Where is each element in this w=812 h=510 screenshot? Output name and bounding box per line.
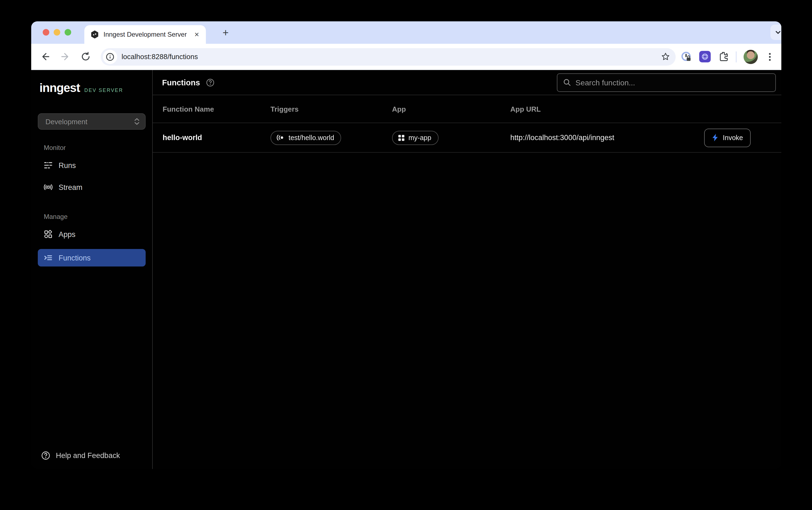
site-info-button[interactable] [103, 50, 117, 64]
back-button[interactable] [39, 51, 51, 63]
chevron-down-icon [775, 29, 781, 36]
help-circle-icon [41, 451, 50, 460]
invoke-label: Invoke [723, 134, 743, 142]
forward-button[interactable] [59, 51, 71, 63]
tab-search-chevron-button[interactable] [771, 25, 781, 40]
functions-icon [44, 253, 53, 262]
password-manager-extension-icon[interactable] [680, 51, 692, 63]
column-app-url: App URL [510, 105, 781, 113]
help-circle-icon [206, 78, 215, 87]
kebab-menu-icon [765, 52, 775, 62]
table-row[interactable]: hello-world test/hello.world [153, 123, 781, 153]
stream-icon [44, 183, 53, 191]
environment-selected-value: Development [46, 117, 134, 126]
page-header: Functions [153, 70, 781, 95]
help-label: Help and Feedback [56, 451, 120, 460]
tab-favicon-inngest-icon [90, 30, 99, 39]
sidebar-item-runs[interactable]: Runs [38, 155, 146, 176]
runs-icon [44, 161, 53, 170]
dev-server-badge: DEV SERVER [84, 88, 123, 93]
tab-title: Inngest Development Server [104, 31, 188, 38]
trigger-badge[interactable]: test/hello.world [270, 130, 341, 145]
select-chevrons-icon [134, 117, 140, 126]
purple-extension-icon[interactable] [699, 51, 711, 62]
sidebar-item-label: Runs [59, 161, 76, 169]
trigger-label: test/hello.world [289, 134, 334, 142]
tab-close-icon[interactable]: ✕ [192, 30, 202, 38]
reload-button[interactable] [79, 51, 91, 63]
environment-select[interactable]: Development [38, 113, 146, 130]
sidebar-item-functions[interactable]: Functions [38, 249, 146, 267]
toolbar-divider [736, 51, 736, 62]
inngest-logo: inngest [39, 81, 80, 95]
browser-menu-button[interactable] [765, 52, 775, 62]
window-controls [43, 29, 71, 36]
app-grid-icon [398, 134, 405, 141]
star-icon [661, 52, 670, 61]
reload-icon [80, 52, 91, 62]
invoke-button[interactable]: Invoke [704, 128, 751, 147]
back-arrow-icon [40, 52, 50, 62]
profile-avatar[interactable] [744, 50, 758, 64]
tab-strip: Inngest Development Server ✕ + [31, 21, 781, 44]
sidebar-section-monitor: Monitor [38, 144, 146, 152]
search-input[interactable] [576, 78, 770, 87]
functions-help-button[interactable] [206, 78, 215, 87]
sidebar: inngest DEV SERVER Development Monitor [31, 70, 153, 469]
column-app: App [392, 105, 510, 113]
zoom-window-button[interactable] [65, 29, 71, 36]
address-bar[interactable]: localhost:8288/functions [101, 48, 676, 65]
function-name[interactable]: hello-world [153, 133, 270, 142]
function-search[interactable] [557, 73, 776, 92]
inngest-app: inngest DEV SERVER Development Monitor [31, 70, 781, 469]
sidebar-section-manage: Manage [38, 213, 146, 220]
forward-arrow-icon [60, 52, 70, 62]
column-function-name: Function Name [153, 105, 270, 113]
extensions-puzzle-icon[interactable] [718, 51, 729, 62]
close-window-button[interactable] [43, 29, 49, 36]
search-icon [563, 78, 571, 86]
main-content: Functions [153, 70, 781, 469]
event-trigger-icon [277, 134, 285, 141]
sidebar-item-label: Functions [59, 253, 91, 262]
sidebar-item-stream[interactable]: Stream [38, 177, 146, 198]
app-url[interactable]: http://localhost:3000/api/inngest [510, 133, 704, 142]
sidebar-item-label: Stream [59, 183, 82, 191]
sidebar-item-apps[interactable]: Apps [38, 224, 146, 245]
new-tab-button[interactable]: + [219, 26, 232, 39]
table-header: Function Name Triggers App App URL [153, 95, 781, 123]
minimize-window-button[interactable] [54, 29, 60, 36]
bookmark-star-button[interactable] [661, 52, 670, 61]
app-badge[interactable]: my-app [392, 130, 438, 145]
browser-window: Inngest Development Server ✕ + [31, 21, 781, 469]
browser-tab[interactable]: Inngest Development Server ✕ [84, 25, 206, 44]
apps-icon [44, 230, 53, 239]
page-title: Functions [162, 78, 200, 87]
help-and-feedback-button[interactable]: Help and Feedback [38, 451, 146, 460]
table-empty-area [153, 153, 781, 469]
column-triggers: Triggers [270, 105, 392, 113]
info-icon [106, 52, 114, 61]
sidebar-item-label: Apps [59, 230, 76, 238]
lightning-bolt-icon [712, 133, 718, 142]
app-label: my-app [408, 134, 431, 142]
browser-toolbar: localhost:8288/functions [31, 44, 781, 70]
url-text[interactable]: localhost:8288/functions [121, 53, 661, 61]
